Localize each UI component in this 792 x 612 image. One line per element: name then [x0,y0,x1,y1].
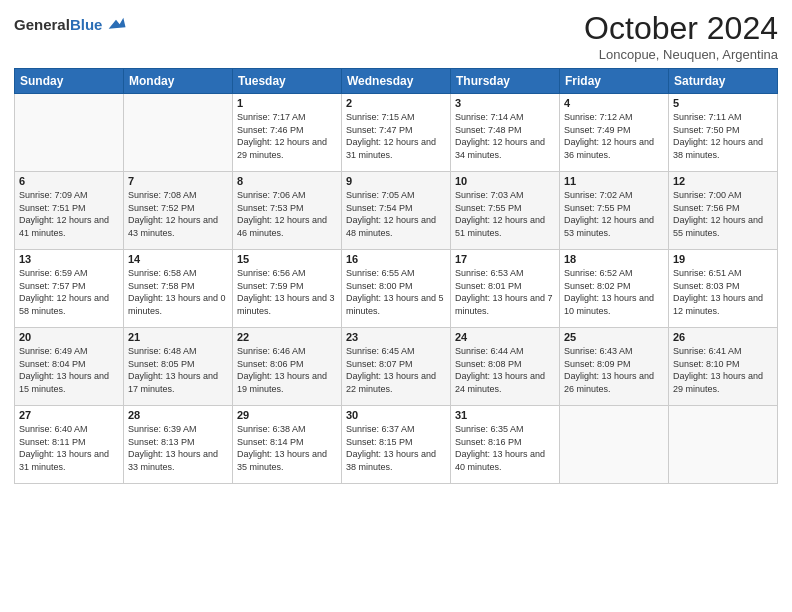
week-row-1: 1Sunrise: 7:17 AM Sunset: 7:46 PM Daylig… [15,94,778,172]
day-info: Sunrise: 6:55 AM Sunset: 8:00 PM Dayligh… [346,267,446,317]
weekday-header-row: SundayMondayTuesdayWednesdayThursdayFrid… [15,69,778,94]
day-info: Sunrise: 7:17 AM Sunset: 7:46 PM Dayligh… [237,111,337,161]
day-info: Sunrise: 6:43 AM Sunset: 8:09 PM Dayligh… [564,345,664,395]
logo-general: GeneralBlue [14,16,102,34]
day-info: Sunrise: 7:06 AM Sunset: 7:53 PM Dayligh… [237,189,337,239]
day-number: 15 [237,253,337,265]
weekday-header-monday: Monday [124,69,233,94]
day-number: 8 [237,175,337,187]
logo-blue-text: Blue [70,16,103,33]
day-number: 22 [237,331,337,343]
day-info: Sunrise: 6:48 AM Sunset: 8:05 PM Dayligh… [128,345,228,395]
day-number: 19 [673,253,773,265]
weekday-header-saturday: Saturday [669,69,778,94]
day-number: 23 [346,331,446,343]
calendar-cell: 16Sunrise: 6:55 AM Sunset: 8:00 PM Dayli… [342,250,451,328]
title-section: October 2024 Loncopue, Neuquen, Argentin… [584,10,778,62]
weekday-header-sunday: Sunday [15,69,124,94]
day-info: Sunrise: 6:44 AM Sunset: 8:08 PM Dayligh… [455,345,555,395]
calendar-cell: 29Sunrise: 6:38 AM Sunset: 8:14 PM Dayli… [233,406,342,484]
calendar-cell: 5Sunrise: 7:11 AM Sunset: 7:50 PM Daylig… [669,94,778,172]
calendar-cell: 8Sunrise: 7:06 AM Sunset: 7:53 PM Daylig… [233,172,342,250]
calendar-cell: 20Sunrise: 6:49 AM Sunset: 8:04 PM Dayli… [15,328,124,406]
day-info: Sunrise: 6:45 AM Sunset: 8:07 PM Dayligh… [346,345,446,395]
calendar-cell: 12Sunrise: 7:00 AM Sunset: 7:56 PM Dayli… [669,172,778,250]
day-number: 21 [128,331,228,343]
day-info: Sunrise: 6:59 AM Sunset: 7:57 PM Dayligh… [19,267,119,317]
day-info: Sunrise: 6:35 AM Sunset: 8:16 PM Dayligh… [455,423,555,473]
subtitle: Loncopue, Neuquen, Argentina [584,47,778,62]
day-number: 20 [19,331,119,343]
calendar-cell: 24Sunrise: 6:44 AM Sunset: 8:08 PM Dayli… [451,328,560,406]
day-number: 27 [19,409,119,421]
day-number: 16 [346,253,446,265]
calendar-cell: 26Sunrise: 6:41 AM Sunset: 8:10 PM Dayli… [669,328,778,406]
day-number: 11 [564,175,664,187]
day-number: 7 [128,175,228,187]
day-number: 24 [455,331,555,343]
calendar-cell: 18Sunrise: 6:52 AM Sunset: 8:02 PM Dayli… [560,250,669,328]
day-info: Sunrise: 6:37 AM Sunset: 8:15 PM Dayligh… [346,423,446,473]
day-number: 14 [128,253,228,265]
day-number: 29 [237,409,337,421]
calendar-cell [669,406,778,484]
calendar-cell: 22Sunrise: 6:46 AM Sunset: 8:06 PM Dayli… [233,328,342,406]
day-number: 17 [455,253,555,265]
day-number: 2 [346,97,446,109]
day-number: 18 [564,253,664,265]
calendar-cell: 7Sunrise: 7:08 AM Sunset: 7:52 PM Daylig… [124,172,233,250]
calendar-cell: 28Sunrise: 6:39 AM Sunset: 8:13 PM Dayli… [124,406,233,484]
calendar-cell: 19Sunrise: 6:51 AM Sunset: 8:03 PM Dayli… [669,250,778,328]
day-number: 6 [19,175,119,187]
day-number: 9 [346,175,446,187]
day-number: 25 [564,331,664,343]
day-number: 30 [346,409,446,421]
calendar-cell: 25Sunrise: 6:43 AM Sunset: 8:09 PM Dayli… [560,328,669,406]
svg-marker-0 [109,18,126,29]
calendar-table: SundayMondayTuesdayWednesdayThursdayFrid… [14,68,778,484]
calendar-cell: 13Sunrise: 6:59 AM Sunset: 7:57 PM Dayli… [15,250,124,328]
week-row-2: 6Sunrise: 7:09 AM Sunset: 7:51 PM Daylig… [15,172,778,250]
logo-bird-icon [105,14,127,36]
day-info: Sunrise: 7:02 AM Sunset: 7:55 PM Dayligh… [564,189,664,239]
day-info: Sunrise: 7:08 AM Sunset: 7:52 PM Dayligh… [128,189,228,239]
calendar-cell: 1Sunrise: 7:17 AM Sunset: 7:46 PM Daylig… [233,94,342,172]
calendar-cell: 3Sunrise: 7:14 AM Sunset: 7:48 PM Daylig… [451,94,560,172]
calendar-cell: 14Sunrise: 6:58 AM Sunset: 7:58 PM Dayli… [124,250,233,328]
calendar-cell: 21Sunrise: 6:48 AM Sunset: 8:05 PM Dayli… [124,328,233,406]
calendar-cell: 31Sunrise: 6:35 AM Sunset: 8:16 PM Dayli… [451,406,560,484]
day-number: 4 [564,97,664,109]
calendar-cell: 30Sunrise: 6:37 AM Sunset: 8:15 PM Dayli… [342,406,451,484]
header: GeneralBlue October 2024 Loncopue, Neuqu… [14,10,778,62]
day-info: Sunrise: 6:52 AM Sunset: 8:02 PM Dayligh… [564,267,664,317]
day-number: 12 [673,175,773,187]
calendar-cell [560,406,669,484]
day-info: Sunrise: 7:05 AM Sunset: 7:54 PM Dayligh… [346,189,446,239]
day-info: Sunrise: 6:41 AM Sunset: 8:10 PM Dayligh… [673,345,773,395]
calendar-cell: 6Sunrise: 7:09 AM Sunset: 7:51 PM Daylig… [15,172,124,250]
day-info: Sunrise: 6:40 AM Sunset: 8:11 PM Dayligh… [19,423,119,473]
day-number: 1 [237,97,337,109]
month-title: October 2024 [584,10,778,47]
day-info: Sunrise: 6:49 AM Sunset: 8:04 PM Dayligh… [19,345,119,395]
calendar-cell: 15Sunrise: 6:56 AM Sunset: 7:59 PM Dayli… [233,250,342,328]
logo-general-text: General [14,16,70,33]
weekday-header-friday: Friday [560,69,669,94]
day-number: 28 [128,409,228,421]
day-info: Sunrise: 6:58 AM Sunset: 7:58 PM Dayligh… [128,267,228,317]
day-info: Sunrise: 7:15 AM Sunset: 7:47 PM Dayligh… [346,111,446,161]
weekday-header-tuesday: Tuesday [233,69,342,94]
calendar-cell: 10Sunrise: 7:03 AM Sunset: 7:55 PM Dayli… [451,172,560,250]
day-number: 31 [455,409,555,421]
calendar-cell: 2Sunrise: 7:15 AM Sunset: 7:47 PM Daylig… [342,94,451,172]
logo-text: GeneralBlue [14,16,102,34]
day-info: Sunrise: 6:51 AM Sunset: 8:03 PM Dayligh… [673,267,773,317]
calendar-cell [124,94,233,172]
day-number: 5 [673,97,773,109]
logo: GeneralBlue [14,14,127,36]
day-info: Sunrise: 6:39 AM Sunset: 8:13 PM Dayligh… [128,423,228,473]
day-info: Sunrise: 6:38 AM Sunset: 8:14 PM Dayligh… [237,423,337,473]
day-number: 3 [455,97,555,109]
page: GeneralBlue October 2024 Loncopue, Neuqu… [0,0,792,612]
day-info: Sunrise: 7:11 AM Sunset: 7:50 PM Dayligh… [673,111,773,161]
